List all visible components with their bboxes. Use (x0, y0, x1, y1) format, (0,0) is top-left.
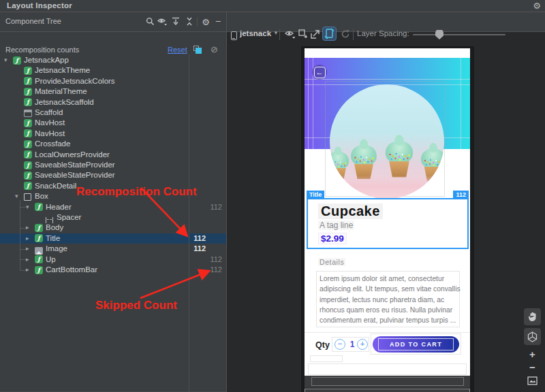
device-view-options-icon[interactable] (285, 28, 296, 40)
composable-icon (24, 119, 32, 127)
qty-increase-button[interactable]: + (357, 339, 368, 350)
refresh-icon[interactable] (341, 28, 350, 40)
live-updates-toggle[interactable] (322, 27, 337, 41)
tree-settings-icon[interactable]: ⚙ (200, 16, 211, 27)
chevron-right-icon[interactable]: ▸ (26, 233, 29, 244)
layout-inspector-window: Layout Inspector ⚙ Component Tree ⚙ − je… (0, 0, 545, 392)
tree-row-navhost[interactable]: NavHost (0, 129, 226, 139)
tree-row-image[interactable]: ▸Image112 (0, 244, 226, 254)
tree-item-label: NavHost (35, 118, 65, 128)
composable-icon (35, 266, 43, 274)
component-tree-panel: Recomposition counts Reset ⊘ ▾JetsnackAp… (0, 12, 226, 392)
tree-item-label: Header (46, 202, 72, 212)
tree-row-materialtheme[interactable]: MaterialTheme (0, 86, 226, 97)
tree-item-label: NavHost (35, 129, 65, 139)
tree-row-jetsnackapp[interactable]: ▾JetsnackApp (0, 55, 226, 65)
composable-icon (24, 172, 32, 180)
chevron-down-icon[interactable]: ▼ (273, 30, 279, 36)
tree-row-providejetsnackcolors[interactable]: ProvideJetsnackColors (0, 76, 226, 86)
hide-panel-icon[interactable]: − (213, 16, 223, 27)
tree-row-saveablestateprovider[interactable]: SaveableStateProvider (0, 170, 226, 180)
composable-icon (24, 140, 32, 148)
search-icon[interactable] (144, 16, 155, 27)
tree-item-label: ProvideJetsnackColors (35, 76, 115, 86)
tree-row-body[interactable]: ▸Body (0, 223, 226, 233)
add-to-cart-button[interactable]: ADD TO CART (373, 336, 459, 353)
tree-row-header[interactable]: ▾Header112 (0, 202, 226, 212)
device-screenshot[interactable]: ← Title 112 Cupcake A tag line $2.99 Det… (305, 48, 470, 376)
details-text: Lorem ipsum dolor sit amet, consectetura… (316, 271, 460, 327)
composable-icon (24, 88, 32, 96)
tree-row-jetsnackscaffold[interactable]: JetsnackScaffold (0, 97, 226, 108)
guide-line (308, 58, 309, 149)
tree-row-saveablestateprovider[interactable]: SaveableStateProvider (0, 160, 226, 170)
composable-icon (24, 98, 32, 106)
tree-item-label: Body (46, 223, 63, 233)
component-tree: ▾JetsnackAppJetsnackThemeProvideJetsnack… (0, 12, 226, 392)
zoom-to-fit-button[interactable] (524, 372, 541, 389)
tree-row-up[interactable]: ▸Up112 (0, 255, 226, 265)
settings-icon[interactable]: ⚙ (533, 1, 541, 11)
tree-row-spacer[interactable]: Spacer (0, 212, 226, 223)
tree-row-crossfade[interactable]: Crossfade (0, 139, 226, 149)
expand-all-icon[interactable] (170, 16, 181, 27)
tree-item-label: JetsnackApp (24, 55, 69, 65)
tree-item-label: Image (46, 244, 67, 254)
details-line: Lorem ipsum dolor sit amet, consectetur (320, 274, 456, 284)
composable-icon (24, 129, 32, 137)
selection-label-badge: Title (307, 191, 324, 199)
spacer-icon (46, 217, 53, 223)
view-options-icon[interactable] (157, 16, 168, 27)
tree-row-cartbottombar[interactable]: ▸CartBottomBar112 (0, 265, 226, 275)
chevron-down-icon[interactable]: ▾ (4, 55, 7, 65)
details-line: adipiscing elit. Ut tempus, sem vitae co… (320, 284, 456, 294)
qty-decrease-button[interactable]: − (334, 339, 345, 350)
process-selector[interactable]: jetsnack (240, 29, 271, 37)
layer-spacing-slider[interactable] (413, 34, 505, 35)
tree-item-label: Title (46, 233, 60, 244)
pan-tool-button[interactable] (524, 308, 541, 325)
composable-icon (24, 161, 32, 169)
back-button[interactable]: ← (312, 65, 327, 80)
selection-count-badge: 112 (453, 191, 469, 199)
details-line: rhoncus quam eros eu risus. Nulla pulvin… (320, 305, 456, 315)
product-image[interactable] (330, 84, 444, 199)
3d-mode-button[interactable] (524, 328, 541, 345)
composable-icon (35, 234, 43, 242)
box-icon (24, 193, 31, 201)
details-label: Details (318, 258, 345, 266)
tree-row-title[interactable]: ▸Title112 (0, 233, 226, 244)
product-price: $2.99 (318, 233, 347, 244)
toolbar-separator (353, 29, 354, 40)
chevron-down-icon[interactable]: ▾ (15, 191, 18, 201)
pick-component-icon[interactable] (298, 28, 308, 40)
guide-line (305, 79, 470, 80)
layer-spacing-label: Layer Spacing: (357, 29, 409, 37)
chevron-right-icon[interactable]: ▸ (26, 255, 29, 265)
tree-item-label: SnackDetail (35, 181, 76, 191)
chevron-right-icon[interactable]: ▸ (26, 244, 29, 254)
tree-row-navhost[interactable]: NavHost (0, 118, 226, 128)
back-arrow-icon: ← (314, 67, 326, 78)
details-line: condimentum erat, pulvinar tempus turpis… (320, 315, 456, 325)
chevron-down-icon[interactable]: ▾ (26, 202, 29, 212)
product-name: Cupcake (318, 203, 383, 219)
panel-divider[interactable] (226, 12, 227, 392)
recomposition-count: 112 (188, 233, 206, 244)
skipped-count: 112 (206, 202, 222, 212)
tree-row-jetsnacktheme[interactable]: JetsnackTheme (0, 65, 226, 76)
chevron-right-icon[interactable]: ▸ (26, 265, 29, 275)
tree-item-label: Box (35, 191, 48, 201)
recomposition-count: 112 (188, 244, 206, 254)
tree-row-scaffold[interactable]: Scaffold (0, 108, 226, 118)
tree-item-label: LocalOwnersProvider (35, 150, 110, 160)
chevron-right-icon[interactable]: ▸ (26, 223, 29, 233)
export-icon[interactable] (311, 28, 320, 40)
tree-item-label: Crossfade (35, 139, 70, 149)
tree-item-label: JetsnackTheme (35, 65, 90, 76)
tree-row-localownersprovider[interactable]: LocalOwnersProvider (0, 150, 226, 160)
product-tagline: A tag line (318, 220, 354, 230)
collapse-all-icon[interactable] (184, 16, 195, 27)
composable-icon (35, 224, 43, 232)
composable-icon (24, 182, 32, 190)
